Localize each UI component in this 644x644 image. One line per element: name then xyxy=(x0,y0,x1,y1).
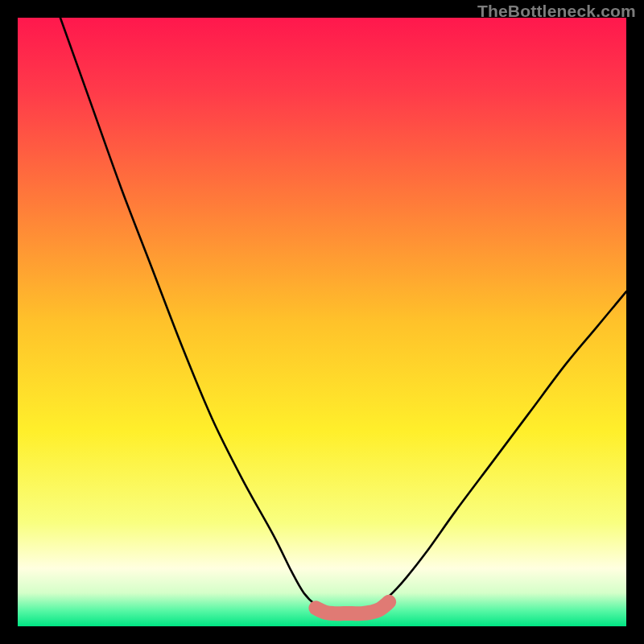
chart-frame: TheBottleneck.com xyxy=(0,0,644,644)
gradient-rect xyxy=(18,18,626,626)
chart-svg xyxy=(18,18,626,626)
chart-plot-area xyxy=(18,18,626,626)
